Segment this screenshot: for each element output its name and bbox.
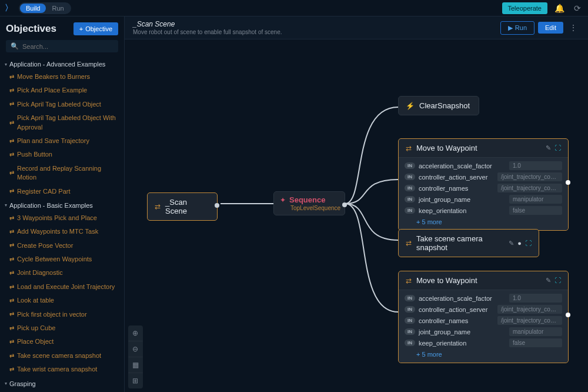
param-value[interactable]: /joint_trajectory_controller xyxy=(497,316,562,325)
param-name: acceleration_scale_factor xyxy=(419,295,506,302)
param-row: INcontroller_action_server/joint_traject… xyxy=(399,171,568,182)
item-label: Take scene camera snapshot xyxy=(17,351,101,360)
tab-run[interactable]: Run xyxy=(46,4,69,13)
tree-item[interactable]: ⇄Load and Execute Joint Trajectory xyxy=(0,280,124,294)
node-title: Move to Waypoint xyxy=(416,276,477,285)
search-input-wrap[interactable]: 🔍 xyxy=(6,40,118,52)
in-pill: IN xyxy=(405,340,415,346)
bell-icon[interactable]: 🔔 xyxy=(552,4,567,13)
tree-item[interactable]: ⇄Pick first object in vector xyxy=(0,308,124,321)
tree-item[interactable]: ⇄Take wrist camera snapshot xyxy=(0,363,124,376)
item-label: Pick up Cube xyxy=(17,324,55,333)
dot-icon[interactable]: ● xyxy=(517,240,522,247)
out-port[interactable] xyxy=(566,313,570,317)
param-row: INcontroller_names/joint_trajectory_cont… xyxy=(399,315,568,326)
history-icon[interactable]: ⟳ xyxy=(572,4,583,13)
tree-item[interactable]: ⇄Place Object xyxy=(0,335,124,348)
edit-icon[interactable]: ✎ xyxy=(546,144,551,152)
tree-icon: ⇄ xyxy=(406,277,412,285)
out-port[interactable] xyxy=(215,203,219,208)
tree-item[interactable]: ⇄Create Pose Vector xyxy=(0,239,124,253)
out-port[interactable] xyxy=(566,180,570,185)
tree-icon: ⇄ xyxy=(9,324,14,333)
tree-group[interactable]: ▾Grasping xyxy=(0,377,124,390)
in-pill: IN xyxy=(405,207,415,214)
tree-icon: ⇄ xyxy=(9,255,14,264)
edit-icon[interactable]: ✎ xyxy=(546,277,551,284)
tree-item[interactable]: ⇄Close Gripper xyxy=(0,390,124,392)
teleoperate-button[interactable]: Teleoperate xyxy=(502,2,548,14)
tree-item[interactable]: ⇄Pick And Place Example xyxy=(0,84,124,97)
tree-item[interactable]: ⇄Cycle Between Waypoints xyxy=(0,253,124,266)
tree-item[interactable]: ⇄Pick April Tag Labeled Object xyxy=(0,98,124,111)
param-value[interactable]: /joint_trajectory_controller/fo xyxy=(497,305,562,314)
item-label: Joint Diagnostic xyxy=(17,268,63,277)
more-link[interactable]: + 5 more xyxy=(399,216,568,225)
node-move-waypoint-2[interactable]: ⇄ Move to Waypoint ✎ ⛶ INacceleration_sc… xyxy=(398,271,569,363)
tree-item[interactable]: ⇄Look at table xyxy=(0,294,124,307)
expand-icon[interactable]: ⛶ xyxy=(554,144,561,152)
param-value[interactable]: 1.0 xyxy=(509,161,562,170)
tree-item[interactable]: ⇄Pick April Tag Labeled Object With Appr… xyxy=(0,111,124,134)
param-value[interactable]: /joint_trajectory_controller xyxy=(497,184,562,192)
plus-icon: + xyxy=(79,25,83,32)
out-port[interactable] xyxy=(342,202,347,207)
item-label: Plan and Save Trajectory xyxy=(17,137,89,145)
tree-icon: ⇄ xyxy=(9,187,14,195)
mode-tabs: Build Run xyxy=(19,2,71,14)
expand-icon[interactable]: ⛶ xyxy=(525,240,532,247)
edit-icon[interactable]: ✎ xyxy=(509,240,514,247)
param-value[interactable]: manipulator xyxy=(509,195,562,204)
node-scan-scene[interactable]: ⇄ _Scan Scene xyxy=(147,192,218,221)
tree-item[interactable]: ⇄Plan and Save Trajectory xyxy=(0,134,124,148)
tree-icon: ⇄ xyxy=(9,137,14,145)
param-value[interactable]: false xyxy=(509,206,562,215)
add-objective-button[interactable]: + Objective xyxy=(74,22,118,35)
tree-item[interactable]: ⇄Joint Diagnostic xyxy=(0,266,124,280)
run-button[interactable]: ▶ Run xyxy=(500,21,534,35)
zoom-out-icon[interactable]: ⊖ xyxy=(128,341,143,357)
node-canvas[interactable]: ⇄ _Scan Scene ✦ Sequence TopLevelSequenc… xyxy=(125,39,588,392)
node-sequence[interactable]: ✦ Sequence TopLevelSequence xyxy=(273,191,345,215)
more-menu-icon[interactable]: ⋮ xyxy=(567,23,580,32)
expand-icon[interactable]: ⛶ xyxy=(554,277,561,284)
item-label: Cycle Between Waypoints xyxy=(17,255,92,264)
zoom-in-icon[interactable]: ⊕ xyxy=(128,325,143,341)
param-value[interactable]: 1.0 xyxy=(509,294,562,303)
param-value[interactable]: /joint_trajectory_controller/fo xyxy=(497,172,562,181)
param-value[interactable]: manipulator xyxy=(509,327,562,336)
tab-build[interactable]: Build xyxy=(20,4,46,13)
param-row: INcontroller_names/joint_trajectory_cont… xyxy=(399,182,568,194)
tree-icon: ⇄ xyxy=(9,297,14,305)
node-take-snapshot[interactable]: ⇄ Take scene camera snapshot ✎ ● ⛶ xyxy=(398,229,539,257)
node-clear-snapshot[interactable]: ⚡ ClearSnapshot xyxy=(398,96,479,115)
tree-group[interactable]: ▾Application - Advanced Examples xyxy=(0,57,124,70)
item-label: Add Waypoints to MTC Task xyxy=(17,227,98,236)
tree-icon: ⇄ xyxy=(9,169,14,177)
node-move-waypoint-1[interactable]: ⇄ Move to Waypoint ✎ ⛶ INacceleration_sc… xyxy=(398,138,569,231)
tree-item[interactable]: ⇄Record and Replay Scanning Motion xyxy=(0,162,124,185)
in-pill: IN xyxy=(405,317,415,324)
tree-icon: ⇄ xyxy=(9,241,14,250)
param-value[interactable]: false xyxy=(509,338,562,347)
tree-icon: ⇄ xyxy=(9,269,14,277)
tree-item[interactable]: ⇄3 Waypoints Pick and Place xyxy=(0,211,124,225)
tree-icon: ⇄ xyxy=(9,100,14,108)
in-pill: IN xyxy=(405,328,415,335)
tree-item[interactable]: ⇄Push Button xyxy=(0,148,124,161)
grid-icon[interactable]: ⊞ xyxy=(128,373,143,388)
group-label: Application - Basic Examples xyxy=(9,202,93,209)
tree-group[interactable]: ▾Application - Basic Examples xyxy=(0,198,124,211)
tree-item[interactable]: ⇄Register CAD Part xyxy=(0,185,124,198)
search-input[interactable] xyxy=(22,43,113,50)
tree-item[interactable]: ⇄Add Waypoints to MTC Task xyxy=(0,225,124,238)
chevron-down-icon: ▾ xyxy=(5,62,7,67)
fit-icon[interactable]: ▦ xyxy=(128,357,143,373)
edit-button[interactable]: Edit xyxy=(538,22,563,34)
tree-item[interactable]: ⇄Move Beakers to Burners xyxy=(0,70,124,84)
item-label: Look at table xyxy=(17,296,54,305)
tree-item[interactable]: ⇄Pick up Cube xyxy=(0,321,124,335)
canvas-header: _Scan Scene Move robot out of scene to e… xyxy=(125,16,588,39)
more-link[interactable]: + 5 more xyxy=(399,348,568,358)
tree-item[interactable]: ⇄Take scene camera snapshot xyxy=(0,349,124,363)
